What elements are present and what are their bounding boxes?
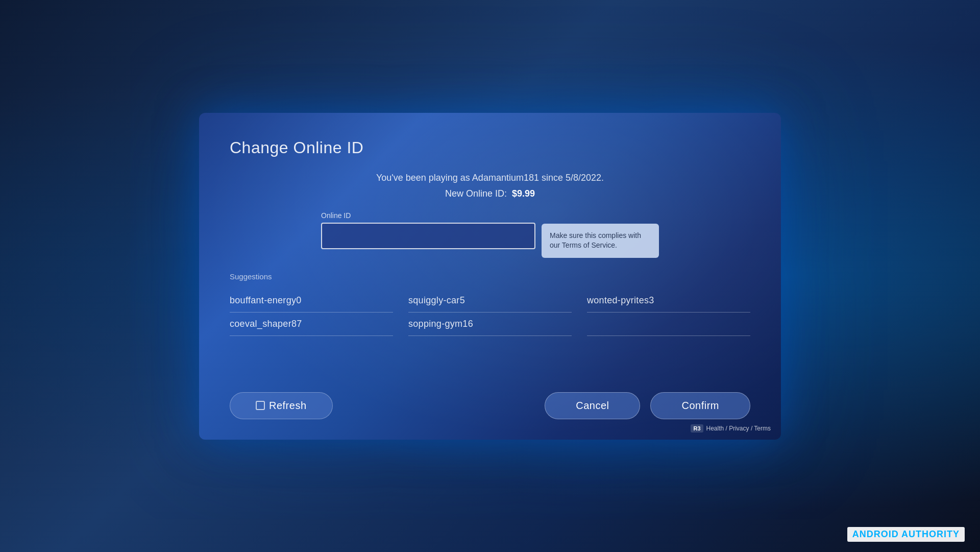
- new-id-price: $9.99: [512, 188, 535, 199]
- square-icon: [256, 401, 265, 410]
- confirm-label: Confirm: [681, 400, 719, 411]
- watermark-suffix: AUTHORITY: [901, 529, 960, 539]
- page-title: Change Online ID: [230, 138, 750, 157]
- suggestion-item[interactable]: wonted-pyrites3: [587, 289, 750, 313]
- footer-links: R3 Health / Privacy / Terms: [691, 424, 771, 433]
- confirm-button[interactable]: Confirm: [650, 392, 750, 419]
- refresh-label: Refresh: [269, 400, 307, 412]
- tv-screen: Change Online ID You've been playing as …: [199, 113, 781, 440]
- suggestions-title: Suggestions: [230, 272, 750, 281]
- suggestion-item[interactable]: coeval_shaper87: [230, 313, 393, 336]
- suggestions-section: Suggestions bouffant-energy0 squiggly-ca…: [230, 272, 750, 380]
- input-row: Online ID Make sure this complies with o…: [230, 211, 750, 258]
- online-id-input[interactable]: [321, 223, 535, 249]
- dialog-container: Change Online ID You've been playing as …: [199, 113, 781, 440]
- subtitle-text: You've been playing as Adamantium181 sin…: [230, 173, 750, 183]
- tooltip-text: Make sure this complies with our Terms o…: [550, 231, 641, 250]
- bottom-row: Refresh Cancel Confirm: [230, 392, 750, 419]
- footer-links-text: Health / Privacy / Terms: [706, 425, 771, 432]
- suggestions-grid: bouffant-energy0 squiggly-car5 wonted-py…: [230, 289, 750, 336]
- refresh-button[interactable]: Refresh: [230, 392, 333, 419]
- cancel-button[interactable]: Cancel: [545, 392, 640, 419]
- watermark-brand: ANDROID: [852, 529, 901, 539]
- input-group: Online ID: [321, 211, 535, 249]
- new-id-label-text: New Online ID:: [445, 188, 507, 199]
- new-id-label: New Online ID: $9.99: [230, 188, 750, 199]
- center-buttons: Cancel Confirm: [545, 392, 750, 419]
- input-label: Online ID: [321, 211, 535, 220]
- suggestion-item[interactable]: sopping-gym16: [408, 313, 572, 336]
- suggestion-item[interactable]: squiggly-car5: [408, 289, 572, 313]
- watermark-text: ANDROID AUTHORITY: [852, 529, 960, 539]
- suggestion-item[interactable]: bouffant-energy0: [230, 289, 393, 313]
- tooltip: Make sure this complies with our Terms o…: [542, 224, 659, 258]
- watermark: ANDROID AUTHORITY: [847, 527, 965, 542]
- suggestion-item-empty: [587, 313, 750, 336]
- cancel-label: Cancel: [576, 400, 609, 411]
- r3-badge: R3: [691, 424, 703, 433]
